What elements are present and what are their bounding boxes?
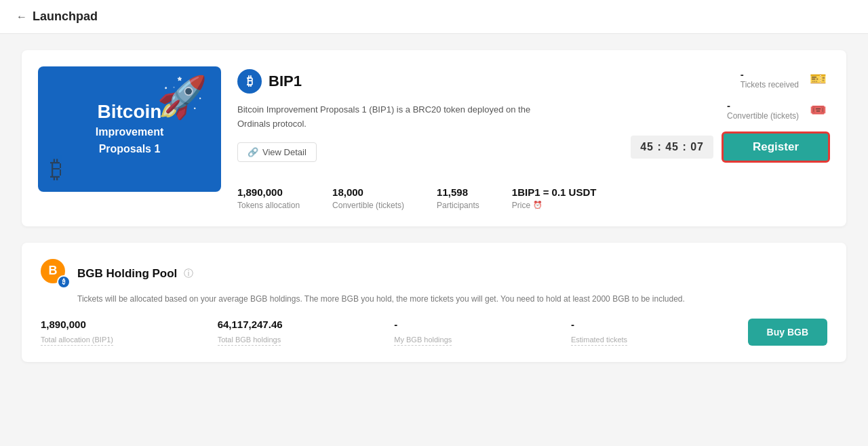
countdown-timer: 45 : 45 : 07 (631, 136, 713, 159)
pool-stat-total-allocation-label: Total allocation (BIP1) (41, 336, 113, 346)
link-icon: 🔗 (248, 147, 258, 157)
stat-price-value: 1BIP1 = 0.1 USDT (512, 186, 597, 198)
stat-participants-value: 11,598 (437, 186, 479, 198)
pool-stat-total-bgb: 64,117,247.46 Total BGB holdings (218, 319, 395, 346)
project-card: Bitcoin Improvement Proposals 1 🚀 ₿ ₿ BI… (22, 50, 846, 226)
back-button[interactable]: ← (16, 11, 27, 23)
pool-stat-estimated-tickets: - Estimated tickets (571, 319, 748, 346)
tickets-received-value: - (741, 68, 799, 80)
stat-price-label: Price (512, 201, 530, 210)
tickets-received-label: Tickets received (741, 80, 799, 89)
project-name-row: ₿ BIP1 (237, 69, 614, 94)
image-title-line1: Bitcoin (96, 102, 163, 123)
btc-icon: ₿ (50, 155, 62, 184)
ticket-check-icon: 🎟️ (806, 98, 830, 122)
pool-stat-my-bgb: - My BGB holdings (394, 319, 571, 346)
stat-tokens-allocation: 1,890,000 Tokens allocation (237, 186, 300, 210)
pool-stat-total-allocation-value: 1,890,000 (41, 319, 218, 330)
stat-convertible: 18,000 Convertible (tickets) (332, 186, 404, 210)
action-row: 45 : 45 : 07 Register (631, 131, 830, 163)
pool-stats-row: 1,890,000 Total allocation (BIP1) 64,117… (41, 319, 827, 346)
pool-description: Tickets will be allocated based on your … (77, 293, 827, 305)
buy-bgb-button[interactable]: Buy BGB (748, 319, 827, 346)
pool-icon-sub: ₿ (57, 275, 71, 289)
pool-title: BGB Holding Pool (77, 267, 177, 281)
image-title-line3: Proposals 1 (96, 142, 163, 157)
project-description: Bitcoin Improvement Proposals 1 (BIP1) i… (237, 103, 563, 131)
pool-stat-my-bgb-label: My BGB holdings (394, 336, 452, 346)
stats-row: 1,890,000 Tokens allocation 18,000 Conve… (237, 176, 614, 210)
convertible-tickets-value: - (727, 100, 799, 111)
stat-price-label-row: Price ⏰ (512, 201, 597, 210)
page-title: Launchpad (33, 9, 98, 24)
project-logo: ₿ (237, 69, 262, 94)
convertible-tickets-label: Convertible (tickets) (727, 111, 799, 121)
pool-icon: B ₿ (41, 259, 71, 289)
view-detail-label: View Detail (262, 147, 307, 157)
image-title-line2: Improvement (96, 125, 163, 140)
project-info: ₿ BIP1 Bitcoin Improvement Proposals 1 (… (237, 66, 614, 210)
stat-tokens-label: Tokens allocation (237, 201, 300, 210)
main-content: Bitcoin Improvement Proposals 1 🚀 ₿ ₿ BI… (0, 34, 868, 378)
pool-stat-total-allocation: 1,890,000 Total allocation (BIP1) (41, 319, 218, 346)
stat-tokens-value: 1,890,000 (237, 186, 300, 198)
pool-stat-my-bgb-value: - (394, 319, 571, 330)
rocket-icon: 🚀 (157, 73, 208, 121)
info-icon[interactable]: ⓘ (184, 268, 193, 280)
view-detail-button[interactable]: 🔗 View Detail (237, 142, 317, 162)
pool-stat-total-bgb-value: 64,117,247.46 (218, 319, 395, 330)
pool-stat-estimated-tickets-label: Estimated tickets (571, 336, 627, 346)
stat-participants: 11,598 Participants (437, 186, 479, 210)
tickets-received-text: - Tickets received (741, 68, 799, 89)
pool-header: B ₿ BGB Holding Pool ⓘ (41, 259, 827, 289)
convertible-tickets-text: - Convertible (tickets) (727, 100, 799, 121)
tickets-received-row: - Tickets received 🎫 (631, 66, 830, 91)
project-image-text: Bitcoin Improvement Proposals 1 (96, 102, 163, 156)
clock-icon: ⏰ (533, 201, 542, 209)
pool-card: B ₿ BGB Holding Pool ⓘ Tickets will be a… (22, 243, 846, 362)
convertible-tickets-row: - Convertible (tickets) 🎟️ (631, 98, 830, 122)
ticket-star-icon: 🎫 (806, 66, 830, 91)
stat-participants-label: Participants (437, 201, 479, 210)
project-image: Bitcoin Improvement Proposals 1 🚀 ₿ (38, 66, 221, 192)
header: ← Launchpad (0, 0, 868, 34)
pool-stat-estimated-tickets-value: - (571, 319, 748, 330)
stat-convertible-label: Convertible (tickets) (332, 201, 404, 210)
pool-stat-total-bgb-label: Total BGB holdings (218, 336, 281, 346)
stat-convertible-value: 18,000 (332, 186, 404, 198)
register-button[interactable]: Register (722, 131, 830, 163)
project-name: BIP1 (269, 73, 302, 90)
right-section: - Tickets received 🎫 - Convertible (tick… (631, 66, 830, 163)
stat-price: 1BIP1 = 0.1 USDT Price ⏰ (512, 186, 597, 210)
